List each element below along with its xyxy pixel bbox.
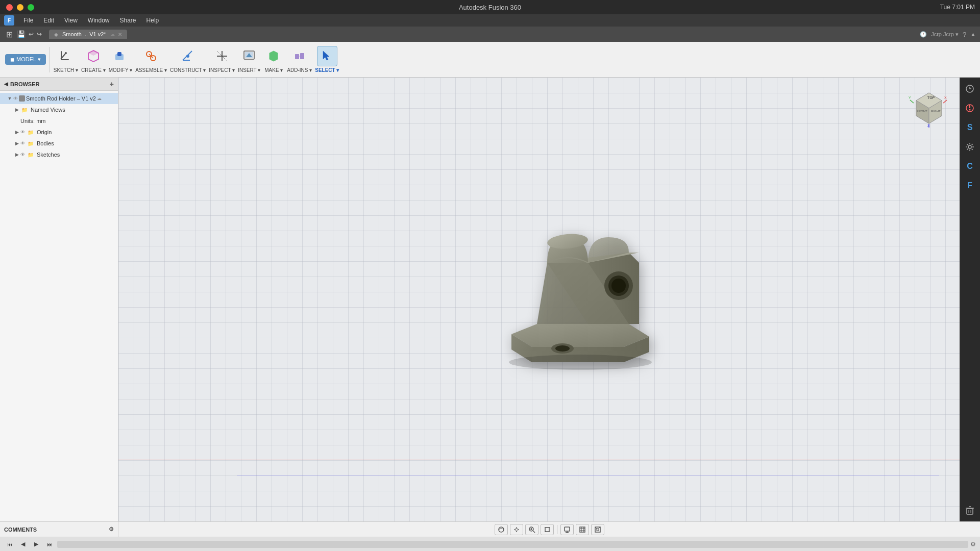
timeline-track[interactable] (57, 541, 968, 548)
sidebar: ◀ BROWSER + ▼ 👁 □ Smooth Rod Holder – V1… (0, 78, 118, 521)
toolbar-modify[interactable]: MODIFY ▾ (109, 46, 132, 73)
comments-settings-icon[interactable]: ⚙ (109, 526, 114, 533)
tab-cloud-icon: ☁ (110, 32, 115, 37)
menu-edit[interactable]: Edit (39, 16, 58, 25)
collapse-icon[interactable]: ▲ (970, 31, 976, 37)
modify-icon-wrap[interactable] (110, 46, 131, 66)
model-mode-button[interactable]: ◼ MODEL ▾ (5, 54, 46, 65)
timeline-prev-button[interactable]: ◀ (17, 539, 29, 550)
svg-point-55 (968, 145, 971, 148)
menu-window[interactable]: Window (84, 16, 114, 25)
toolbar-select[interactable]: SELECT ▾ (315, 46, 339, 73)
dock-icon-c[interactable]: C (961, 157, 979, 176)
user-menu[interactable]: Jcrp Jcrp ▾ (931, 31, 959, 38)
addins-icon-wrap[interactable] (289, 46, 310, 66)
menu-help[interactable]: Help (142, 16, 163, 25)
toolbar-create[interactable]: CREATE ▾ (81, 46, 106, 73)
trash-icon[interactable] (961, 501, 979, 519)
sketch-label: SKETCH ▾ (54, 67, 78, 73)
select-icon-wrap[interactable] (317, 46, 337, 66)
construct-icon (181, 49, 195, 63)
toolbar: ◼ MODEL ▾ SKETCH ▾ CREATE ▾ (0, 42, 980, 78)
tree-origin[interactable]: ▶ 👁 📁 Origin (0, 127, 118, 138)
toolbar-sketch[interactable]: SKETCH ▾ (54, 46, 78, 73)
tree-bodies[interactable]: ▶ 👁 📁 Bodies (0, 138, 118, 149)
vc-fit-button[interactable] (541, 524, 554, 535)
3d-model (481, 212, 675, 385)
vc-pan-button[interactable] (510, 524, 523, 535)
named-views-arrow[interactable]: ▶ (13, 107, 20, 112)
units-label: Units: mm (20, 118, 46, 124)
svg-text:FRONT: FRONT (917, 110, 927, 113)
grid-icon (579, 526, 586, 533)
tab-close-button[interactable]: ✕ (118, 32, 122, 37)
timeline-settings-button[interactable]: ⚙ (970, 541, 976, 548)
active-tab[interactable]: ◆ Smooth ... V1 v2* ☁ ✕ (49, 30, 127, 39)
grid-button[interactable]: ⊞ (4, 30, 15, 39)
toolbar-make[interactable]: MAKE ▾ (263, 46, 284, 73)
undo-button[interactable]: ↩ (28, 31, 35, 38)
vc-display-button[interactable] (560, 524, 574, 535)
menu-bar: F File Edit View Window Share Help (0, 14, 980, 27)
minimize-button[interactable] (17, 4, 23, 11)
close-button[interactable] (6, 4, 13, 11)
dock-icon-browser[interactable]: F (961, 177, 979, 195)
dock-icon-s[interactable]: S (961, 118, 979, 137)
tree-root-arrow[interactable]: ▼ (6, 96, 13, 101)
title-bar-right: Tue 7:01 PM (940, 4, 975, 11)
vc-zoom-button[interactable] (525, 524, 538, 535)
tab-nav-buttons[interactable]: ⊞ 💾 ↩ ↪ (4, 30, 43, 39)
toolbar-assemble[interactable]: ASSEMBLE ▾ (135, 46, 167, 73)
toolbar-construct[interactable]: CONSTRUCT ▾ (170, 46, 206, 73)
help-icon[interactable]: ? (963, 31, 966, 38)
sidebar-collapse-button[interactable]: ◀ (4, 81, 8, 87)
tree-root-item[interactable]: ▼ 👁 □ Smooth Rod Holder – V1 v2 ☁ (0, 93, 118, 104)
timeline-next-button[interactable]: ⏭ (44, 539, 55, 550)
menu-share[interactable]: Share (116, 16, 140, 25)
construct-icon-wrap[interactable] (178, 46, 198, 66)
pan-icon (513, 526, 520, 533)
vc-grid-button[interactable] (576, 524, 589, 535)
main-area: ◀ BROWSER + ▼ 👁 □ Smooth Rod Holder – V1… (0, 78, 980, 521)
tree-named-views[interactable]: ▶ 📁 Named Views (0, 104, 118, 115)
timeline-play-button[interactable]: ▶ (31, 539, 42, 550)
tab-bar: ⊞ 💾 ↩ ↪ ◆ Smooth ... V1 v2* ☁ ✕ 🕐 Jcrp J… (0, 27, 980, 42)
vc-perspective-button[interactable] (591, 524, 604, 535)
bodies-label: Bodies (37, 140, 54, 146)
save-button[interactable]: 💾 (16, 30, 27, 38)
timeline-start-button[interactable]: ⏮ (4, 539, 15, 550)
sketches-icon: 📁 (27, 151, 35, 159)
toolbar-inspect[interactable]: INSPECT ▾ (209, 46, 235, 73)
toolbar-addins[interactable]: ADD-INS ▾ (287, 46, 312, 73)
h-line-red (118, 460, 960, 460)
vc-orbit-button[interactable] (495, 524, 508, 535)
make-label: MAKE ▾ (264, 67, 283, 73)
sketch-icon (59, 49, 73, 63)
assemble-icon-wrap[interactable] (141, 46, 161, 66)
assemble-label: ASSEMBLE ▾ (135, 67, 167, 73)
menu-file[interactable]: File (19, 16, 37, 25)
create-icon-wrap[interactable] (83, 46, 104, 66)
display-icon (564, 526, 571, 533)
redo-button[interactable]: ↪ (36, 31, 43, 38)
sketches-arrow[interactable]: ▶ (13, 152, 20, 157)
dock-icon-2[interactable] (961, 99, 979, 117)
inspect-icon-wrap[interactable] (212, 46, 232, 66)
make-icon-wrap[interactable] (263, 46, 284, 66)
bodies-arrow[interactable]: ▶ (13, 141, 20, 146)
maximize-button[interactable] (28, 4, 34, 11)
axis-indicator[interactable]: TOP FRONT RIGHT X Y Z (909, 88, 949, 129)
sidebar-add-button[interactable]: + (110, 80, 114, 88)
origin-arrow[interactable]: ▶ (13, 130, 20, 135)
sketch-icon-wrap[interactable] (56, 46, 76, 66)
svg-rect-0 (61, 59, 69, 60)
viewport[interactable]: TOP FRONT RIGHT X Y Z (118, 78, 960, 521)
tab-mode-icon: ◆ (54, 32, 58, 37)
window-controls[interactable] (6, 4, 34, 11)
tree-sketches[interactable]: ▶ 👁 📁 Sketches (0, 149, 118, 160)
dock-icon-1[interactable] (961, 80, 979, 98)
toolbar-insert[interactable]: INSERT ▾ (238, 46, 260, 73)
insert-icon-wrap[interactable] (239, 46, 259, 66)
dock-icon-settings[interactable] (961, 138, 979, 156)
menu-view[interactable]: View (60, 16, 82, 25)
